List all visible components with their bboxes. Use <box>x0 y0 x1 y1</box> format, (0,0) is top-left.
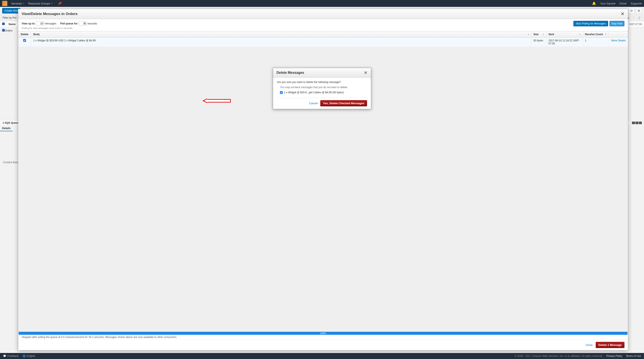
poll-note: Polling for new messages once every 2 se… <box>18 27 628 31</box>
modal-backdrop: View/Delete Messages in Orders ✕ View up… <box>0 0 644 34</box>
poll-for-label: Poll queue for: <box>60 22 78 25</box>
messages-table-header: Delete Body▾ Size▾ Sent▾ Receive Count▾ <box>18 31 628 34</box>
sort-icon: ▾ <box>580 33 580 34</box>
col-body[interactable]: Body▾ <box>31 31 531 34</box>
sort-icon: ▾ <box>528 33 529 34</box>
col-delete[interactable]: Delete <box>18 31 31 34</box>
sort-icon: ▾ <box>605 33 606 34</box>
col-body-label: Body <box>33 33 40 34</box>
modal-title: View/Delete Messages in Orders <box>22 12 78 16</box>
close-icon[interactable]: ✕ <box>620 11 624 17</box>
view-up-to-label: View up to: <box>22 22 36 25</box>
col-size[interactable]: Size▾ <box>531 31 546 34</box>
col-sent[interactable]: Sent▾ <box>546 31 583 34</box>
seconds-unit: seconds <box>87 22 97 25</box>
start-polling-button[interactable]: Start Polling for Messages <box>573 21 608 26</box>
col-size-label: Size <box>534 33 538 34</box>
modal-header: View/Delete Messages in Orders ✕ <box>18 9 628 19</box>
poll-for-input[interactable] <box>79 21 87 26</box>
modal-toolbar: View up to: messages Poll queue for: sec… <box>18 19 628 27</box>
col-receive-label: Receive Count <box>585 33 603 34</box>
col-receive-count[interactable]: Receive Count▾ <box>583 31 608 34</box>
stop-now-button[interactable]: Stop Now <box>610 21 624 26</box>
view-delete-messages-modal: View/Delete Messages in Orders ✕ View up… <box>18 9 628 34</box>
view-up-to-input[interactable] <box>36 21 44 26</box>
messages-unit: messages <box>45 22 56 25</box>
sort-icon: ▾ <box>543 33 544 34</box>
col-sent-label: Sent <box>548 33 554 34</box>
